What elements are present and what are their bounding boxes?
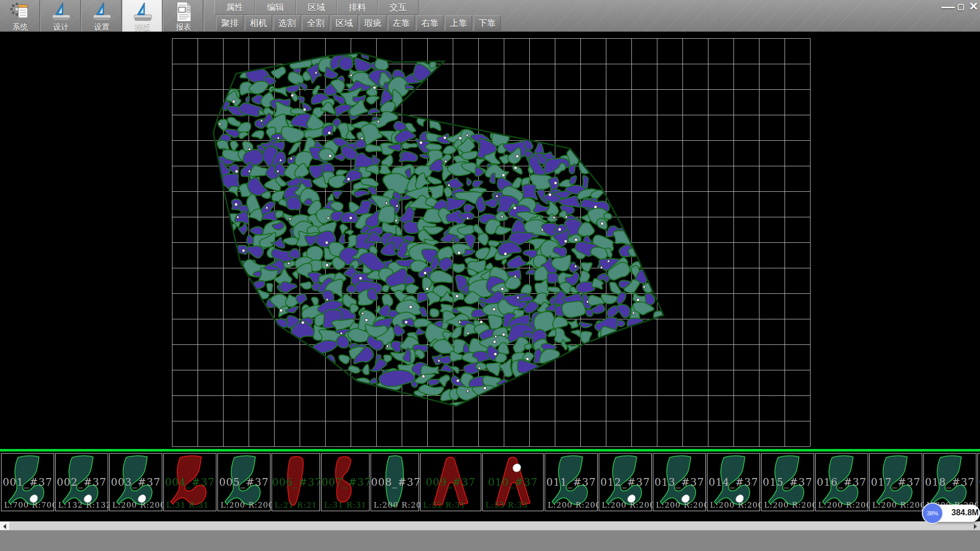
menu-tab-bar: 属性编辑区域排料交互 [214, 0, 419, 15]
thumbnail-cell[interactable]: 006_#37 L:21 R:21 [272, 453, 320, 511]
piece-thumbnail [707, 454, 760, 511]
set-square-icon [132, 1, 154, 23]
menu-tab-属性[interactable]: 属性 [214, 0, 255, 14]
piece-thumbnail [272, 454, 320, 511]
thumbnail-cell[interactable]: 008_#37 L:200 R:200 [371, 453, 419, 511]
thumbnail-cell[interactable]: 005_#37 L:200 R:200 [217, 453, 271, 511]
module-button-设置[interactable]: 设置 [82, 0, 122, 32]
module-button-设计[interactable]: 设计 [41, 0, 82, 32]
tool-button-选割[interactable]: 选割 [274, 15, 301, 31]
system-gear-icon [9, 1, 32, 23]
tool-button-相机[interactable]: 相机 [245, 15, 272, 31]
tool-button-瑕疵[interactable]: 瑕疵 [359, 15, 386, 31]
module-button-label: 报表 [176, 23, 191, 31]
nesting-canvas[interactable] [0, 32, 980, 449]
tool-button-上靠[interactable]: 上靠 [445, 15, 472, 31]
set-square-icon [50, 1, 72, 23]
design-ruler-icon [50, 1, 72, 23]
thumbnail-cell[interactable]: 009_#37 L:32 R:31 [420, 453, 481, 511]
piece-thumbnail [164, 454, 216, 511]
progress-percent-badge: 38% [922, 503, 943, 524]
module-button-label: 系统 [13, 23, 28, 31]
thumbnail-cell[interactable]: 011_#37 L:200 R:200 [545, 453, 598, 511]
menu-tab-编辑[interactable]: 编辑 [255, 0, 296, 14]
piece-thumbnail-strip: 001_#37 L:700 R:700 002_#37 L:132 R:132 … [0, 452, 980, 521]
application-window: 系统 设计 设置 排版 报表 属性编辑区域排料交互 聚排相机选割全割区域瑕疵左靠… [0, 0, 980, 551]
settings-ruler-icon [91, 1, 113, 23]
set-square-icon [91, 1, 113, 23]
thumbnail-cell[interactable]: 019_#37 L:200 R:200 [977, 453, 980, 511]
module-button-排版[interactable]: 排版 [122, 0, 163, 32]
scroll-left-button[interactable] [0, 522, 9, 531]
thumbnail-cell[interactable]: 017_#37 L:200 R:200 [869, 453, 922, 511]
thumbnail-cell[interactable]: 002_#37 L:132 R:132 [55, 453, 108, 511]
thumbnail-cell[interactable]: 007_#37 L:31 R:31 [321, 453, 370, 511]
report-doc-icon [173, 1, 195, 23]
layout-ruler-icon [132, 1, 154, 23]
piece-thumbnail [599, 454, 651, 511]
piece-thumbnail [870, 454, 922, 511]
toolbar: 系统 设计 设置 排版 报表 属性编辑区域排料交互 聚排相机选割全割区域瑕疵左靠… [0, 0, 980, 32]
module-button-label: 设计 [54, 23, 69, 31]
piece-thumbnail [110, 454, 162, 511]
report-doc-icon [173, 1, 195, 23]
close-button[interactable]: ✕ [968, 1, 979, 12]
maximize-button[interactable]: ▢ [955, 1, 966, 12]
horizontal-scrollbar[interactable] [0, 521, 980, 530]
thumbnail-cell[interactable]: 012_#37 L:200 R:200 [599, 453, 652, 511]
piece-thumbnail [371, 454, 419, 511]
piece-thumbnail [218, 454, 270, 511]
tool-button-右靠[interactable]: 右靠 [416, 15, 444, 31]
module-button-label: 设置 [94, 23, 110, 31]
thumbnail-cell[interactable]: 015_#37 L:200 R:200 [761, 453, 814, 511]
module-button-系统[interactable]: 系统 [0, 0, 41, 32]
window-controls: — ▢ ✕ [943, 1, 979, 12]
progress-percent: 38% [927, 510, 938, 516]
thumbnail-cell[interactable]: 014_#37 L:200 R:200 [707, 453, 760, 511]
piece-thumbnail [421, 454, 481, 511]
piece-thumbnail [653, 454, 705, 511]
piece-thumbnail [56, 454, 108, 511]
main-module-buttons: 系统 设计 设置 排版 报表 [0, 0, 204, 32]
piece-thumbnail [483, 454, 543, 511]
minimize-button[interactable]: — [943, 1, 953, 12]
tool-button-下靠[interactable]: 下靠 [474, 15, 501, 31]
system-gear-icon [9, 1, 32, 23]
thumbnail-cell[interactable]: 016_#37 L:200 R:200 [815, 453, 868, 511]
piece-thumbnail [545, 454, 597, 511]
status-bar [0, 530, 980, 551]
menu-tab-区域[interactable]: 区域 [296, 0, 337, 14]
tool-button-左靠[interactable]: 左靠 [388, 15, 415, 31]
scroll-right-button[interactable] [971, 522, 980, 531]
piece-thumbnail [322, 454, 369, 511]
tool-button-row: 聚排相机选割全割区域瑕疵左靠右靠上靠下靠 [216, 15, 501, 31]
thumbnail-cell[interactable]: 013_#37 L:200 R:200 [653, 453, 706, 511]
menu-tab-排料[interactable]: 排料 [337, 0, 378, 14]
module-button-报表[interactable]: 报表 [163, 0, 204, 32]
right-arrow-icon [974, 524, 977, 529]
tool-button-区域[interactable]: 区域 [331, 15, 358, 31]
thumbnail-cell[interactable]: 001_#37 L:700 R:700 [1, 453, 54, 511]
memory-value: 384.8M [951, 508, 978, 517]
piece-thumbnail [2, 454, 54, 511]
thumbnail-cell[interactable]: 003_#37 L:200 R:200 [109, 453, 162, 511]
tool-button-聚排[interactable]: 聚排 [216, 15, 243, 31]
module-button-label: 排版 [135, 23, 151, 31]
left-arrow-icon [3, 524, 6, 529]
tool-button-全割[interactable]: 全割 [302, 15, 329, 31]
piece-thumbnail [762, 454, 814, 511]
menu-tab-交互[interactable]: 交互 [378, 0, 419, 14]
piece-thumbnail [978, 454, 980, 511]
thumbnail-cell[interactable]: 010_#37 L:33 R:33 [482, 453, 544, 511]
piece-thumbnail [816, 454, 868, 511]
thumbnail-cell[interactable]: 004_#37 L:31 R:31 [163, 453, 216, 511]
